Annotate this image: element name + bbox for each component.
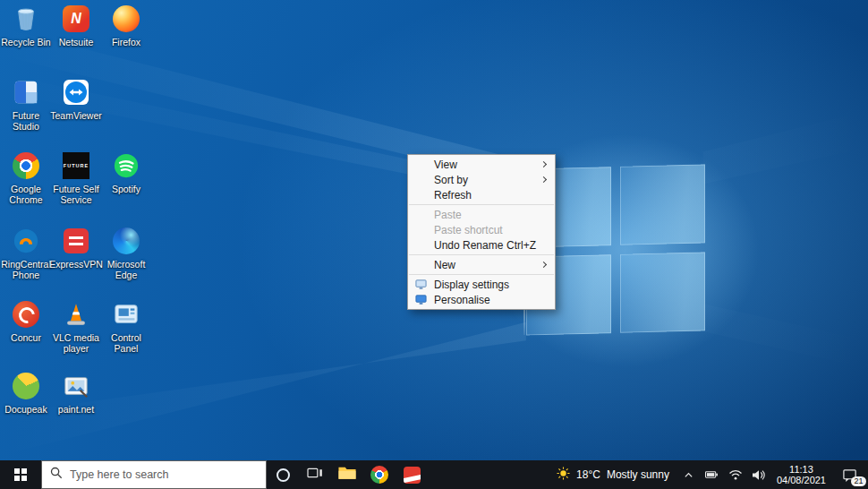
chevron-right-icon xyxy=(540,161,547,167)
file-explorer-icon xyxy=(337,464,357,485)
menu-item-new[interactable]: New xyxy=(408,257,555,272)
windows-logo-icon xyxy=(14,468,28,482)
desktop-icon-paint-net[interactable]: paint.net xyxy=(51,371,101,441)
menu-item-refresh[interactable]: Refresh xyxy=(408,187,555,202)
action-center-button[interactable]: 21 xyxy=(832,460,868,489)
desktop-icon-netsuite[interactable]: N Netsuite xyxy=(51,4,101,73)
search-icon xyxy=(50,467,63,483)
desktop-icon-label: Spotify xyxy=(112,184,140,194)
system-tray: 18°C Mostly sunny 11:13 04/08/2021 xyxy=(549,460,868,489)
desktop-icon-label: Future Studio xyxy=(1,110,51,132)
desktop-icon-concur[interactable]: Concur xyxy=(1,299,51,369)
sun-icon xyxy=(557,467,570,483)
desktop-icon-label: TeamViewer xyxy=(50,110,102,121)
chrome-taskbar-button[interactable] xyxy=(363,460,396,489)
show-hidden-icons-button[interactable] xyxy=(677,460,701,489)
menu-item-label: Refresh xyxy=(434,189,547,202)
battery-indicator[interactable] xyxy=(701,460,724,489)
taskbar: 18°C Mostly sunny 11:13 04/08/2021 xyxy=(0,460,868,489)
desktop-icon-future-self-service[interactable]: FUTURE Future Self Service xyxy=(51,150,101,220)
google-chrome-icon xyxy=(370,466,388,484)
cortana-icon xyxy=(277,468,290,482)
clock-date: 04/08/2021 xyxy=(777,475,826,486)
desktop-icon-label: RingCentral Phone xyxy=(1,259,51,280)
ringcentral-phone-icon xyxy=(11,226,41,256)
microsoft-edge-icon xyxy=(111,226,141,256)
future-studio-icon xyxy=(11,77,41,107)
menu-separator xyxy=(409,204,554,205)
menu-item-sort-by[interactable]: Sort by xyxy=(408,172,555,187)
menu-separator xyxy=(409,274,554,275)
task-view-button[interactable] xyxy=(299,460,331,489)
network-indicator[interactable] xyxy=(724,460,747,489)
chevron-right-icon xyxy=(540,262,547,268)
search-input[interactable] xyxy=(70,468,258,481)
wifi-icon xyxy=(728,468,743,481)
future-self-service-icon: FUTURE xyxy=(61,150,91,181)
file-explorer-button[interactable] xyxy=(331,460,363,489)
menu-item-label: Personalise xyxy=(434,294,547,306)
menu-item-label: View xyxy=(434,159,541,171)
taskbar-search[interactable] xyxy=(41,460,267,489)
menu-item-shortcut: Ctrl+Z xyxy=(506,239,536,252)
concur-icon xyxy=(11,299,41,330)
desktop-icon-label: Google Chrome xyxy=(1,184,51,205)
personalise-icon xyxy=(415,294,427,305)
start-button[interactable] xyxy=(0,460,41,489)
menu-item-label: Paste shortcut xyxy=(434,224,547,236)
desktop-context-menu: View Sort by Refresh Paste Paste shortcu… xyxy=(407,154,556,310)
menu-item-display-settings[interactable]: Display settings xyxy=(408,277,555,292)
desktop-icon-vlc[interactable]: VLC media player xyxy=(51,299,101,369)
windows-logo-pane xyxy=(620,252,705,332)
menu-item-view[interactable]: View xyxy=(408,157,555,172)
speaker-icon xyxy=(752,469,765,481)
weather-condition: Mostly sunny xyxy=(607,468,669,481)
desktop-icon-label: Firefox xyxy=(112,37,140,47)
recycle-bin-icon xyxy=(11,4,41,34)
desktop-icon-label: paint.net xyxy=(58,404,94,415)
taskbar-weather-widget[interactable]: 18°C Mostly sunny xyxy=(549,467,677,483)
menu-separator xyxy=(409,254,554,255)
teamviewer-icon xyxy=(61,77,91,107)
chevron-right-icon xyxy=(540,176,547,183)
desktop-icon-label: Control Panel xyxy=(101,332,151,354)
future-self-service-wordmark: FUTURE xyxy=(64,163,89,168)
weather-temperature: 18°C xyxy=(576,468,600,481)
menu-item-personalise[interactable]: Personalise xyxy=(408,292,555,307)
pinned-red-app-icon xyxy=(404,467,421,484)
desktop-icon-label: Docupeak xyxy=(4,404,47,415)
desktop-icon-label: Recycle Bin xyxy=(1,37,50,47)
control-panel-icon xyxy=(111,299,141,330)
desktop-icon-docupeak[interactable]: Docupeak xyxy=(1,371,51,441)
desktop-icon-firefox[interactable]: Firefox xyxy=(101,4,151,73)
desktop-icon-recycle-bin[interactable]: Recycle Bin xyxy=(1,4,51,73)
netsuite-monogram: N xyxy=(71,11,81,27)
paint-net-icon xyxy=(61,371,91,401)
desktop-icon-google-chrome[interactable]: Google Chrome xyxy=(1,150,51,220)
desktop-icon-future-studio[interactable]: Future Studio xyxy=(1,77,51,147)
desktop-icon-spotify[interactable]: Spotify xyxy=(101,150,151,220)
menu-item-label: Undo Rename xyxy=(434,239,506,252)
desktop-icon-expressvpn[interactable]: ExpressVPN xyxy=(51,226,101,296)
taskbar-clock[interactable]: 11:13 04/08/2021 xyxy=(770,464,832,486)
desktop-icon-label: Future Self Service xyxy=(51,184,101,205)
desktop-icon-ringcentral-phone[interactable]: RingCentral Phone xyxy=(1,226,51,296)
google-chrome-icon xyxy=(11,150,41,181)
menu-item-paste-shortcut: Paste shortcut xyxy=(408,222,555,237)
volume-indicator[interactable] xyxy=(747,460,770,489)
vlc-icon xyxy=(61,299,91,330)
spotify-icon xyxy=(111,150,141,181)
desktop-icon-microsoft-edge[interactable]: Microsoft Edge xyxy=(101,226,151,296)
pinned-red-app-button[interactable] xyxy=(396,460,428,489)
desktop-icon-control-panel[interactable]: Control Panel xyxy=(101,299,151,369)
menu-item-label: Display settings xyxy=(434,279,547,291)
menu-item-label: Paste xyxy=(434,209,547,221)
menu-item-undo-rename[interactable]: Undo Rename Ctrl+Z xyxy=(408,237,555,253)
cortana-button[interactable] xyxy=(267,460,299,489)
desktop-icon-label: Concur xyxy=(11,332,41,343)
desktop-icon-label: Netsuite xyxy=(59,37,94,47)
expressvpn-icon xyxy=(61,226,91,256)
desktop-icon-teamviewer[interactable]: TeamViewer xyxy=(51,77,101,147)
chevron-up-icon xyxy=(684,470,694,480)
desktop-icon-label: VLC media player xyxy=(51,332,101,354)
